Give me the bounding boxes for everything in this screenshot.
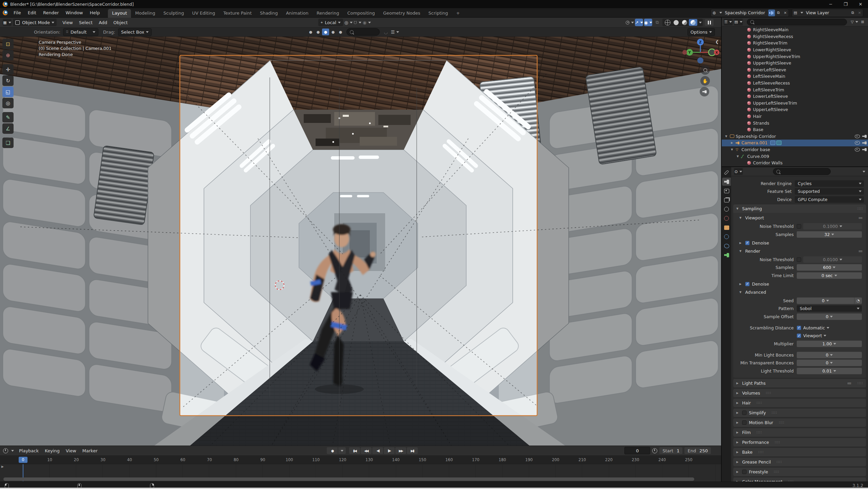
outliner-row[interactable]: Base bbox=[722, 126, 868, 133]
workspace-tab[interactable]: Sculpting bbox=[159, 9, 188, 18]
outliner-row[interactable]: Hair bbox=[722, 113, 868, 120]
tool-button[interactable]: ◎ bbox=[2, 98, 14, 108]
outliner-row[interactable]: Curve.009 bbox=[722, 153, 868, 160]
properties-search-input[interactable] bbox=[773, 168, 831, 175]
object-type-visibility-dropdown[interactable] bbox=[626, 19, 634, 26]
scene-statistics-icon[interactable] bbox=[768, 10, 775, 16]
properties-panel-header[interactable]: Hair ≔ ∷∷ bbox=[733, 399, 866, 407]
viewport-menu-item[interactable]: View bbox=[59, 20, 76, 25]
sidebar-collapse-icon[interactable]: ❮ bbox=[715, 39, 719, 44]
outliner-row[interactable]: RightSleeveRecess bbox=[722, 33, 868, 40]
property-row[interactable]: Sample Offset 0 ◔ bbox=[733, 313, 862, 320]
properties-panel-header[interactable]: Light Paths ≔ ∷∷ bbox=[733, 379, 866, 387]
properties-options-icon[interactable] bbox=[863, 171, 865, 173]
property-row[interactable]: Min Transparent Bounces 0 ◔ bbox=[733, 359, 862, 366]
viewport-menu-item[interactable]: Add bbox=[96, 20, 110, 25]
unlink-scene-icon[interactable]: × bbox=[782, 10, 789, 16]
keying-set-dropdown[interactable] bbox=[338, 447, 346, 454]
properties-panel-header[interactable]: Freestyle ≔ ∷∷ bbox=[733, 468, 866, 476]
transform-orientation-dropdown[interactable]: ⌖ Local bbox=[318, 19, 343, 26]
presets-icon[interactable]: ≔ bbox=[858, 249, 863, 254]
tool-drag-dropdown[interactable]: Select Box bbox=[118, 28, 152, 36]
viewport-menu-item[interactable]: Select bbox=[76, 20, 96, 25]
visibility-toggles[interactable] bbox=[855, 141, 867, 145]
properties-editor-icon[interactable]: ⛭ bbox=[734, 168, 743, 175]
advanced-subpanel-header[interactable]: Advanced bbox=[733, 288, 866, 296]
tab-object[interactable] bbox=[722, 223, 731, 232]
outliner-row[interactable]: Corridor base bbox=[722, 146, 868, 153]
tool-button[interactable]: ◱ bbox=[2, 87, 14, 97]
workspace-tab[interactable]: Texture Paint bbox=[219, 9, 256, 18]
camera-view-icon[interactable] bbox=[700, 87, 709, 96]
close-button[interactable]: ✕ bbox=[853, 0, 868, 8]
zoom-view-icon[interactable] bbox=[700, 65, 710, 75]
axis-gizmo[interactable]: Z Y X bbox=[681, 37, 719, 67]
filter-icon[interactable]: ● bbox=[307, 29, 314, 35]
tab-object-data[interactable] bbox=[722, 251, 731, 259]
snap-magnet-icon[interactable]: Ω bbox=[354, 19, 362, 26]
properties-panel-header[interactable]: Performance ≔ ∷∷ bbox=[733, 438, 866, 447]
channel-expander-icon[interactable]: ▶ bbox=[1, 465, 4, 468]
property-row[interactable]: Device GPU Compute ◔ bbox=[731, 196, 864, 203]
property-row[interactable]: Samples 32 ◔ bbox=[733, 231, 862, 238]
outliner-row[interactable]: Corridor Walls bbox=[722, 160, 868, 166]
options-dropdown[interactable]: Options bbox=[687, 28, 715, 36]
outliner-editor-icon[interactable]: ☰ bbox=[724, 19, 733, 25]
editor-type-icon[interactable]: ▦ bbox=[3, 19, 12, 26]
panel-checkbox[interactable] bbox=[742, 420, 747, 425]
outliner-row[interactable]: RightSleeveTrim bbox=[722, 40, 868, 47]
denoise-checkbox[interactable] bbox=[745, 282, 750, 286]
outliner-row[interactable]: Spaceship Corridor bbox=[722, 133, 868, 140]
outliner-filter-icon[interactable]: ▽ bbox=[851, 19, 858, 25]
workspace-tab[interactable]: UV Editing bbox=[188, 9, 219, 18]
pan-view-icon[interactable]: ✋ bbox=[700, 76, 710, 86]
timeline-editor-icon[interactable] bbox=[3, 448, 8, 453]
outliner-row[interactable]: LeftSleeveMain bbox=[722, 73, 868, 80]
properties-panel-header[interactable]: Motion Blur ≔ ∷∷ bbox=[733, 418, 866, 427]
expand-toggle-icon[interactable] bbox=[725, 135, 730, 138]
property-row[interactable]: Multiplier 1.00 ◔ bbox=[733, 340, 862, 347]
next-keyframe-button[interactable]: ▶▶ bbox=[395, 447, 406, 454]
playhead[interactable]: 0 bbox=[19, 457, 27, 463]
tab-physics[interactable] bbox=[722, 233, 731, 241]
tool-button[interactable]: ✛ bbox=[2, 64, 14, 75]
outliner-row[interactable]: LeftSleeveRecess bbox=[722, 80, 868, 87]
workspace-tab[interactable]: Shading bbox=[256, 9, 282, 18]
tab-view-layer[interactable] bbox=[722, 196, 731, 204]
property-row[interactable]: Min Light Bounces 0 ◔ bbox=[733, 351, 862, 359]
property-row[interactable]: Viewport ◔ bbox=[733, 332, 862, 339]
expand-toggle-icon[interactable] bbox=[731, 148, 736, 151]
render-subpanel-header[interactable]: Render≔ bbox=[733, 247, 866, 255]
outliner-row[interactable]: UpperRightSleeve bbox=[722, 60, 868, 67]
outliner-search-input[interactable] bbox=[747, 19, 847, 25]
tab-output[interactable] bbox=[722, 187, 731, 195]
outliner-display-mode-icon[interactable]: ▤ bbox=[734, 19, 743, 25]
minimize-button[interactable]: ─ bbox=[823, 0, 838, 8]
outliner-row[interactable]: RightSleeveMain bbox=[722, 26, 868, 33]
tool-button[interactable]: ❏ bbox=[2, 138, 14, 148]
tool-button[interactable]: ⊡ bbox=[2, 39, 14, 49]
property-row[interactable]: Time Limit 0 sec ◔ bbox=[733, 272, 862, 279]
properties-panel-header[interactable]: Volumes ≔ ∷∷ bbox=[733, 389, 866, 397]
visibility-toggles[interactable] bbox=[855, 134, 867, 138]
property-row[interactable]: Feature Set Supported ◔ bbox=[731, 188, 864, 195]
render-denoise-header[interactable]: Denoise bbox=[733, 280, 866, 288]
workspace-tab[interactable]: Layout bbox=[108, 9, 131, 18]
outliner-row[interactable]: UpperLeftSleeve bbox=[722, 106, 868, 113]
blender-menu-icon[interactable] bbox=[3, 10, 8, 15]
tool-button[interactable]: ⊕ bbox=[2, 50, 14, 60]
current-frame-field[interactable]: 0 bbox=[624, 447, 650, 454]
use-preview-range-icon[interactable] bbox=[652, 448, 657, 453]
outliner-row[interactable]: LowerLeftSleeve bbox=[722, 93, 868, 100]
shading-material-button[interactable] bbox=[680, 19, 689, 26]
denoise-checkbox[interactable] bbox=[745, 241, 750, 245]
timeline-menu-item[interactable]: Playback bbox=[16, 448, 42, 453]
play-reverse-button[interactable]: ◀ bbox=[372, 447, 383, 454]
timeline-scrollbar[interactable] bbox=[3, 477, 694, 481]
previous-keyframe-button[interactable]: ◀◀ bbox=[361, 447, 372, 454]
maximize-button[interactable]: ❐ bbox=[838, 0, 853, 8]
workspace-tab[interactable]: Geometry Nodes bbox=[379, 9, 424, 18]
property-row[interactable]: Pattern Sobol ◔ bbox=[733, 305, 862, 312]
panel-checkbox[interactable] bbox=[742, 411, 747, 415]
tab-world[interactable] bbox=[722, 214, 731, 222]
